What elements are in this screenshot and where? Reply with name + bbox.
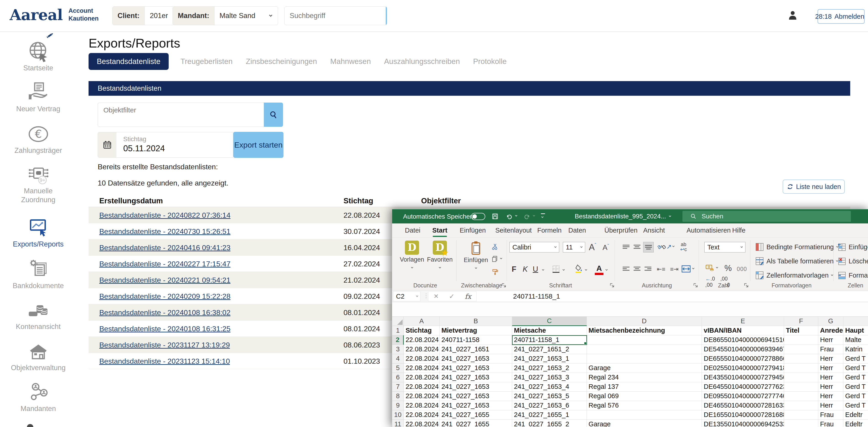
cell-f[interactable]	[784, 335, 818, 345]
delete-cells-button[interactable]: Löschen	[838, 257, 868, 265]
wrap-text-icon[interactable]: ab↩c	[680, 242, 687, 252]
sidebar-item-zahlungstraeger[interactable]: € Zahlungsträger	[0, 123, 76, 155]
cell-g[interactable]: Herr	[818, 373, 843, 382]
fill-color-dropdown-chevron[interactable]	[585, 268, 587, 271]
format-painter-icon[interactable]	[491, 268, 499, 276]
copy-dropdown-chevron[interactable]	[500, 257, 502, 259]
edit-pencil-icon[interactable]	[45, 30, 55, 41]
increase-indent-icon[interactable]: ≡⇥	[670, 266, 679, 273]
redo-icon[interactable]	[524, 213, 530, 220]
row-header[interactable]: 9	[392, 401, 404, 410]
copy-icon[interactable]	[491, 255, 498, 262]
sidebar-item-kontenansicht[interactable]: Kontenansicht	[0, 299, 76, 331]
cell-f[interactable]	[784, 410, 818, 420]
cell-h[interactable]: Malte	[843, 335, 868, 345]
undo-dropdown-chevron[interactable]	[515, 214, 518, 217]
col-header-e[interactable]: E	[702, 317, 784, 326]
bestandsdatenliste-link[interactable]: Bestandsdatenliste - 20240221 09:54:21	[99, 276, 230, 284]
cell-e[interactable]: vIBAN/IBAN	[702, 326, 784, 335]
sidebar-item-objektverwaltung[interactable]: Objektverwaltung	[0, 340, 76, 372]
cell-a[interactable]: 22.08.2024	[404, 364, 440, 373]
enter-icon[interactable]: ✓	[449, 292, 455, 300]
decrease-font-icon[interactable]: Aˇ	[602, 243, 609, 252]
currency-icon[interactable]	[705, 263, 714, 272]
row-header[interactable]: 8	[392, 392, 404, 401]
paste-button[interactable]: Einfügen	[463, 240, 489, 271]
cell-e[interactable]: DE46550104000007281633	[702, 401, 784, 410]
cell-b[interactable]: 241_0227_1653	[440, 373, 512, 382]
reload-list-button[interactable]: Liste neu laden	[783, 179, 845, 194]
cell-a[interactable]: 22.08.2024	[404, 420, 440, 427]
cell-a[interactable]: 22.08.2024	[404, 382, 440, 392]
cell-g[interactable]: Herr	[818, 335, 843, 345]
cell-b[interactable]: Mietvertrag	[440, 326, 512, 335]
merge-dropdown-chevron[interactable]	[692, 267, 694, 269]
increase-decimal-icon[interactable]: ←.0,00	[705, 276, 715, 288]
cell-b[interactable]: 241_0227_1651	[440, 345, 512, 354]
tab-zinsbescheinigungen[interactable]: Zinsbescheinigungen	[246, 53, 317, 70]
row-header[interactable]: 6	[392, 373, 404, 382]
decrease-indent-icon[interactable]: ⇤≡	[657, 266, 665, 273]
cell-c[interactable]: 241_0227_1651_2	[512, 345, 587, 354]
cell-c[interactable]: 241_0227_1655_2	[512, 420, 587, 427]
sidebar-item-manuelle-zuordnung[interactable]: 9+ Manuelle Zuordnung	[0, 163, 76, 204]
cell-g[interactable]: Frau	[818, 410, 843, 420]
export-starten-button[interactable]: Export starten	[233, 132, 283, 158]
tab-auszahlungsschreiben[interactable]: Auszahlungsschreiben	[384, 53, 460, 70]
autosave-toggle[interactable]	[471, 213, 485, 220]
name-box[interactable]: C2	[393, 291, 421, 301]
cell-f[interactable]: Titel	[784, 326, 818, 335]
cell-b[interactable]: 241_0227_1653	[440, 392, 512, 401]
borders-icon[interactable]	[552, 265, 560, 273]
cell-h[interactable]: Edeltr	[843, 420, 868, 427]
cell-f[interactable]	[784, 382, 818, 392]
cell-a[interactable]: 22.08.2024	[404, 410, 440, 420]
cell-e[interactable]: DE43550104000007279456	[702, 373, 784, 382]
cell-d[interactable]: Regal 069	[587, 392, 702, 401]
bestandsdatenliste-link[interactable]: Bestandsdatenliste - 20240108 16:31:25	[99, 325, 230, 333]
align-right-icon[interactable]	[644, 266, 652, 273]
col-header-f[interactable]: F	[784, 317, 818, 326]
cell-e[interactable]: DE54550104000006939467	[702, 345, 784, 354]
sidebar-item-bankdokumente[interactable]: Bankdokumente	[0, 258, 76, 290]
cell-g[interactable]: Frau	[818, 345, 843, 354]
insert-cells-button[interactable]: Einfügen	[838, 243, 868, 251]
dialog-launcher-icon[interactable]	[610, 283, 615, 288]
cell-f[interactable]	[784, 354, 818, 364]
align-left-icon[interactable]	[622, 266, 630, 273]
row-header[interactable]: 4	[392, 354, 404, 364]
cell-c[interactable]: 241_0227_1653_1	[512, 354, 587, 364]
ribbon-tab-start[interactable]: Start	[432, 223, 447, 238]
cell-d[interactable]: Regal 137	[587, 382, 702, 392]
percent-style-button[interactable]: %	[724, 263, 732, 273]
font-color-dropdown-chevron[interactable]	[606, 268, 608, 271]
cell-f[interactable]	[784, 392, 818, 401]
tab-mahnwesen[interactable]: Mahnwesen	[330, 53, 371, 70]
ribbon-tab-seitenlayout[interactable]: Seitenlayout	[495, 223, 532, 238]
number-format-combo[interactable]: Text	[704, 242, 745, 252]
col-header-h[interactable]	[843, 317, 868, 326]
row-header[interactable]: 7	[392, 382, 404, 392]
dialog-launcher-icon[interactable]	[693, 283, 699, 288]
cell-a[interactable]: 22.08.2024	[404, 373, 440, 382]
tab-protokolle[interactable]: Protokolle	[473, 53, 507, 70]
search-input[interactable]	[285, 12, 386, 20]
ribbon-tab-hilfe[interactable]: Hilfe	[732, 223, 745, 238]
favoriten-button[interactable]: D★ Favoriten	[426, 240, 453, 270]
ribbon-tab-daten[interactable]: Daten	[568, 223, 586, 238]
cell-g[interactable]: Herr	[818, 354, 843, 364]
underline-button[interactable]: U	[533, 265, 538, 274]
borders-dropdown-chevron[interactable]	[563, 268, 565, 271]
cell-d[interactable]	[587, 345, 702, 354]
font-color-icon[interactable]: A	[595, 264, 603, 275]
cell-d[interactable]	[587, 335, 702, 345]
cell-c[interactable]: 241_0227_1653_5	[512, 392, 587, 401]
fill-color-icon[interactable]	[574, 264, 583, 274]
cell-a[interactable]: Stichtag	[404, 326, 440, 335]
ribbon-tab-datei[interactable]: Datei	[405, 223, 421, 238]
cancel-icon[interactable]: ✕	[434, 293, 439, 300]
orientation-button[interactable]: ab↗	[657, 243, 674, 250]
cell-c[interactable]: 241_0227_1653_2	[512, 364, 587, 373]
select-all-corner[interactable]	[392, 317, 404, 326]
ribbon-tab-ueberpruefen[interactable]: Überprüfen	[604, 223, 638, 238]
